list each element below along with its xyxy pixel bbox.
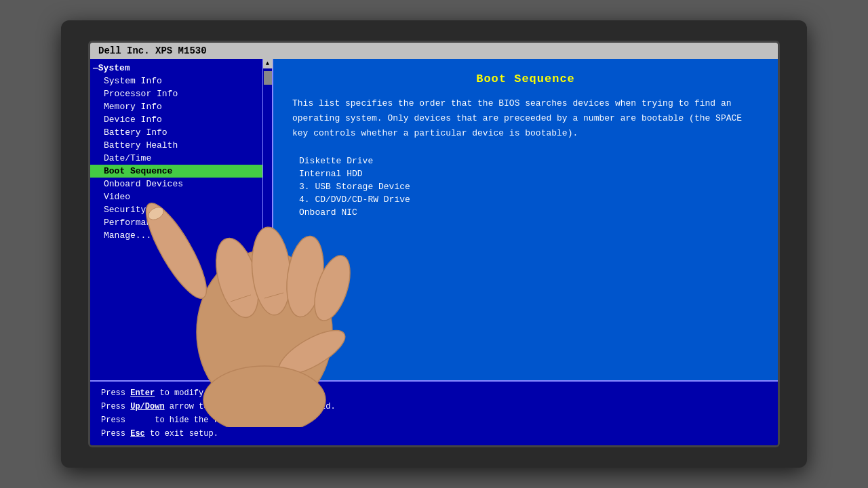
updown-key: Up/Down bbox=[130, 402, 164, 411]
scroll-thumb[interactable] bbox=[264, 71, 272, 85]
scroll-down-arrow[interactable]: ▼ bbox=[263, 371, 273, 380]
status-line-2: Press Up/Down arrow to select a differen… bbox=[101, 401, 767, 413]
left-nav-panel: —SystemSystem InfoProcessor InfoMemory I… bbox=[90, 59, 273, 380]
enter-key: Enter bbox=[130, 388, 155, 398]
nav-item-battery-info[interactable]: Battery Info bbox=[90, 126, 272, 139]
status-bar: Press Enter to modify this setting. Pres… bbox=[90, 380, 778, 445]
boot-item-diskette: Diskette Drive bbox=[299, 155, 759, 167]
nav-list: —SystemSystem InfoProcessor InfoMemory I… bbox=[90, 59, 272, 380]
boot-item-internal-hdd: Internal HDD bbox=[299, 167, 759, 180]
status-line-3: Press to hide the fields in this group bbox=[101, 414, 767, 426]
nav-item-system-header[interactable]: —System bbox=[90, 62, 272, 75]
content-panel: Boot Sequence This list specifies the or… bbox=[273, 59, 778, 380]
laptop-outer: Dell Inc. XPS M1530 —SystemSystem InfoPr… bbox=[61, 20, 807, 468]
nav-item-manage[interactable]: Manage... bbox=[90, 229, 272, 242]
scroll-up-arrow[interactable]: ▲ bbox=[263, 59, 273, 68]
nav-item-battery-health[interactable]: Battery Health bbox=[90, 139, 272, 152]
title-bar: Dell Inc. XPS M1530 bbox=[90, 43, 778, 59]
esc-key: Esc bbox=[130, 429, 145, 439]
nav-item-memory-info[interactable]: Memory Info bbox=[90, 100, 272, 113]
status-line-4: Press Esc to exit setup. bbox=[101, 428, 767, 440]
boot-device-list: Diskette Drive Internal HDD3. USB Storag… bbox=[299, 155, 759, 219]
nav-item-device-info[interactable]: Device Info bbox=[90, 113, 272, 126]
nav-item-processor-info[interactable]: Processor Info bbox=[90, 87, 272, 100]
nav-item-system-info[interactable]: System Info bbox=[90, 75, 272, 87]
boot-item-onboard-nic: Onboard NIC bbox=[299, 206, 759, 219]
nav-item-boot-sequence[interactable]: Boot Sequence bbox=[90, 165, 272, 178]
nav-item-video[interactable]: Video bbox=[90, 190, 272, 203]
content-title: Boot Sequence bbox=[292, 73, 759, 85]
laptop-model-label: Dell Inc. XPS M1530 bbox=[98, 45, 207, 56]
scrollbar[interactable]: ▲ ▼ bbox=[262, 59, 272, 380]
nav-item-datetime[interactable]: Date/Time bbox=[90, 152, 272, 165]
nav-item-onboard-devices[interactable]: Onboard Devices bbox=[90, 178, 272, 190]
screen-bezel: Dell Inc. XPS M1530 —SystemSystem InfoPr… bbox=[88, 41, 780, 447]
bios-main: —SystemSystem InfoProcessor InfoMemory I… bbox=[90, 59, 778, 380]
content-description: This list specifies the order that the B… bbox=[292, 96, 759, 141]
nav-item-performance[interactable]: Performance bbox=[90, 216, 272, 229]
nav-item-security[interactable]: Security bbox=[90, 203, 272, 216]
boot-item-cddvd: 4. CD/DVD/CD-RW Drive bbox=[299, 193, 759, 206]
status-line-1: Press Enter to modify this setting. bbox=[101, 387, 767, 399]
boot-item-usb-storage: 3. USB Storage Device bbox=[299, 180, 759, 193]
